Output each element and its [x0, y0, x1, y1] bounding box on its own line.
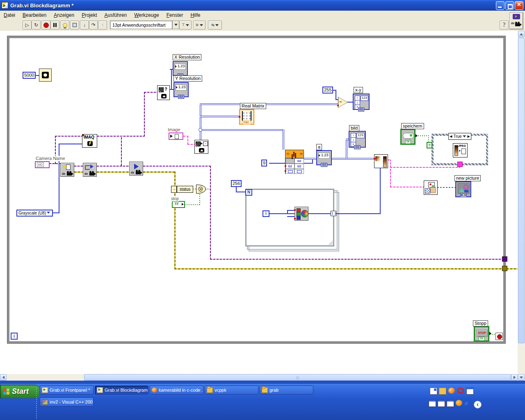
- case-structure[interactable]: ◀ True ▶ JPEG +: [431, 134, 488, 165]
- index-constant[interactable]: 9: [261, 160, 267, 167]
- y-resolution-label[interactable]: Y Resolution: [173, 75, 202, 82]
- new-picture-indicator[interactable]: [455, 181, 471, 197]
- loop-tunnel[interactable]: [331, 211, 336, 216]
- stop-control[interactable]: TF: [172, 201, 185, 208]
- a-indicator[interactable]: 1.23 I32: [316, 150, 332, 165]
- speichern-switch-control[interactable]: TF: [400, 129, 415, 145]
- tray-folder-icon[interactable]: [439, 388, 446, 395]
- task-grab-folder[interactable]: grab: [260, 386, 313, 395]
- image-to-array-node[interactable]: ‒: [194, 140, 208, 154]
- resize-corner[interactable]: [328, 240, 333, 245]
- scroll-down-button[interactable]: [518, 374, 525, 381]
- tray-document-icon[interactable]: [430, 388, 437, 395]
- imaq-create-node[interactable]: IMAQ: [82, 134, 97, 148]
- menu-item-fenster[interactable]: Fenster: [163, 11, 187, 19]
- tunnel[interactable]: [502, 266, 507, 271]
- task-grab-blockdiagram[interactable]: Grab.vi Blockdiagram...: [95, 386, 148, 395]
- menu-item-ausfuehren[interactable]: Ausführen: [101, 11, 131, 19]
- image-label[interactable]: Image: [168, 127, 180, 132]
- tray-ball-icon[interactable]: [456, 400, 462, 406]
- camera-name-label[interactable]: Camera Name: [36, 156, 65, 161]
- prev-case-icon[interactable]: ◀: [450, 135, 452, 138]
- task-kamerabild[interactable]: kamerabild in c-code ...: [150, 386, 203, 395]
- restore-button[interactable]: [505, 1, 514, 10]
- menu-item-hilfe[interactable]: Hilfe: [187, 11, 204, 19]
- reorder-button[interactable]: ⇆: [208, 21, 222, 30]
- next-case-icon[interactable]: ▶: [468, 135, 470, 138]
- image-control[interactable]: [169, 132, 183, 140]
- font-selector[interactable]: 13pt Anwendungsschriftart: [110, 21, 172, 29]
- jpeg-write-node[interactable]: JPEG +: [453, 143, 468, 158]
- unbundle-status-cell[interactable]: status: [177, 186, 193, 193]
- for-loop-count-terminal[interactable]: N: [245, 189, 252, 196]
- tray-window-icon[interactable]: [438, 400, 445, 407]
- new-picture-label[interactable]: new picture: [454, 175, 481, 181]
- loop-condition-terminal[interactable]: [495, 333, 503, 340]
- menu-item-datei[interactable]: Datei: [0, 11, 19, 19]
- for-loop[interactable]: [245, 189, 334, 247]
- pause-button[interactable]: [50, 21, 59, 30]
- menu-item-anzeigen[interactable]: Anzeigen: [50, 11, 78, 19]
- horizontal-scrollbar[interactable]: [0, 374, 518, 381]
- xy-label[interactable]: x-y: [354, 87, 363, 93]
- while-loop-iteration-terminal[interactable]: i: [11, 333, 18, 340]
- step-over-button[interactable]: ↷: [89, 21, 98, 30]
- task-vcppk[interactable]: vcppk: [205, 386, 258, 395]
- imaq-configure-grab-node[interactable]: dx: [83, 163, 97, 177]
- wait-ms-node[interactable]: [39, 68, 52, 82]
- step-into-button[interactable]: ↓: [80, 21, 89, 30]
- unbundle-arrow-cell[interactable]: →: [171, 186, 177, 193]
- context-help-button[interactable]: ?: [500, 21, 509, 30]
- threshold-constant[interactable]: 255: [322, 87, 333, 94]
- tray-firefox-icon[interactable]: [448, 388, 455, 394]
- scroll-up-button[interactable]: [518, 31, 525, 37]
- vertical-scrollbar[interactable]: [518, 31, 525, 381]
- xy-array-indicator[interactable]: i j k 123 I32: [353, 94, 370, 110]
- task-grab-frontpanel[interactable]: Grab.vi Frontpanel *: [40, 386, 94, 395]
- y-resolution-indicator[interactable]: 1.23 I32: [173, 82, 189, 97]
- tray-window-icon[interactable]: [429, 400, 436, 407]
- scroll-right-button[interactable]: [511, 374, 518, 381]
- vertical-scroll-thumb[interactable]: [518, 38, 525, 343]
- scroll-left-button[interactable]: [0, 374, 7, 381]
- stop-label[interactable]: stop: [171, 196, 179, 201]
- vi-icon[interactable]: dx: [509, 12, 523, 30]
- menu-item-werkzeuge[interactable]: Werkzeuge: [130, 11, 162, 19]
- bild-array-indicator[interactable]: i j k 123 I32: [349, 131, 366, 148]
- tunnel[interactable]: [502, 256, 507, 262]
- tray-chevron-icon[interactable]: ‹: [474, 401, 482, 409]
- horizontal-scroll-thumb[interactable]: [84, 374, 511, 381]
- case-selector-terminal[interactable]: ?: [427, 142, 432, 148]
- a-label[interactable]: a: [316, 144, 322, 150]
- highlight-execution-button[interactable]: [60, 21, 69, 30]
- align-objects-button[interactable]: ⊤: [179, 21, 192, 30]
- abort-button[interactable]: [41, 21, 50, 30]
- bild-label[interactable]: bild: [349, 125, 359, 131]
- loop-count-constant[interactable]: 256: [231, 180, 242, 187]
- tray-window-icon[interactable]: [447, 400, 454, 407]
- start-button[interactable]: Start: [0, 385, 40, 398]
- imaq-grab-node[interactable]: dx: [129, 162, 143, 176]
- case-tunnel[interactable]: [457, 162, 463, 167]
- stopp-label[interactable]: Stopp: [473, 320, 488, 326]
- x-resolution-indicator[interactable]: 1.23 I32: [173, 61, 188, 76]
- stopp-button-control[interactable]: STOP TF: [474, 326, 489, 342]
- task-inv2-visualcpp[interactable]: inv2 - Visual C++ 200...: [40, 397, 94, 406]
- run-continuous-button[interactable]: ↻: [32, 21, 41, 30]
- wait-ms-constant[interactable]: 5000: [23, 72, 36, 79]
- x-resolution-label[interactable]: X Resolution: [173, 54, 201, 60]
- distribute-objects-button[interactable]: ⊪: [193, 21, 205, 30]
- rgb-to-color-node[interactable]: [294, 207, 308, 221]
- close-button[interactable]: [515, 1, 523, 10]
- imaq-open-camera-node[interactable]: dx: [60, 163, 74, 177]
- speichern-label[interactable]: speichern: [401, 123, 424, 129]
- for-loop-iteration-terminal[interactable]: i: [262, 210, 269, 217]
- step-out-button[interactable]: ↑: [98, 21, 107, 30]
- case-selector[interactable]: ◀ True ▶: [448, 133, 471, 140]
- tray-window-icon[interactable]: [466, 388, 474, 395]
- font-selector-dropdown[interactable]: [172, 21, 179, 29]
- tray-opera-icon[interactable]: [457, 388, 464, 394]
- array-to-image-node[interactable]: →: [374, 154, 388, 168]
- retain-wire-values-button[interactable]: [70, 21, 79, 30]
- histogram-node[interactable]: ?! ?! I32 I32 I32: [285, 150, 304, 174]
